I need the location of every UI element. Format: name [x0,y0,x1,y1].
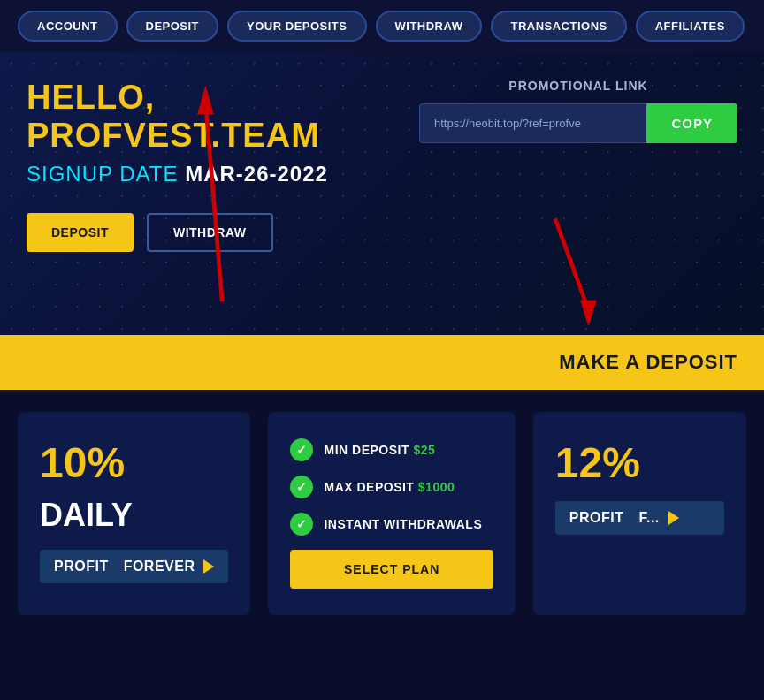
hero-section: HELLO, PROFVEST.TEAM SIGNUP DATE MAR-26-… [0,52,764,335]
hero-right: PROMOTIONAL LINK COPY [419,79,737,143]
hero-left: HELLO, PROFVEST.TEAM SIGNUP DATE MAR-26-… [27,79,419,252]
signup-text: SIGNUP DATE MAR-26-2022 [27,162,419,186]
select-plan-button[interactable]: SELECT PLAN [290,550,493,589]
deposit-button[interactable]: DEPOSIT [27,213,134,252]
plan-badge-1: PROFIT FOREVER [40,550,228,583]
withdraw-button[interactable]: WITHDRAW [147,213,273,252]
features-card: ✓ MIN DEPOSIT $25 ✓ MAX DEPOSIT $1000 ✓ … [268,412,515,615]
check-icon-3: ✓ [290,513,313,536]
check-icon-2: ✓ [290,476,313,498]
nav-transactions[interactable]: TRANSACTIONS [491,11,626,42]
promo-link-row: COPY [419,103,737,143]
copy-button[interactable]: COPY [646,103,737,143]
username: PROFVEST.TEAM [27,117,320,154]
svg-marker-3 [580,300,597,326]
banner-text: MAKE A DEPOSIT [559,351,737,374]
arrow-to-select-plan [555,218,597,326]
nav-your-deposits[interactable]: YOUR DEPOSITS [227,11,366,42]
navbar: ACCOUNT DEPOSIT YOUR DEPOSITS WITHDRAW T… [0,0,764,52]
feature-max-deposit: ✓ MAX DEPOSIT $1000 [290,476,493,498]
yellow-banner: MAKE A DEPOSIT [0,335,764,390]
signup-prefix: SIGNUP DATE [27,162,185,186]
nav-affiliates[interactable]: AFFILIATES [636,11,745,42]
promo-label: PROMOTIONAL LINK [419,79,737,93]
nav-account[interactable]: ACCOUNT [18,11,118,42]
hello-text: HELLO, PROFVEST.TEAM [27,79,419,155]
badge-arrow [203,559,214,574]
feature-text-2: MAX DEPOSIT $1000 [324,480,455,494]
promo-url-input[interactable] [419,103,646,143]
nav-deposit[interactable]: DEPOSIT [126,11,219,42]
nav-withdraw[interactable]: WITHDRAW [376,11,483,42]
plans-section: 10% DAILY PROFIT FOREVER ✓ MIN DEPOSIT $… [0,390,764,637]
plan-card-1: 10% DAILY PROFIT FOREVER [18,412,250,615]
check-icon-1: ✓ [290,438,313,461]
badge-arrow-2 [668,511,679,525]
plan-card-2: 12% PROFIT F... [533,412,746,615]
feature-text-1: MIN DEPOSIT $25 [324,443,435,457]
plan-badge-2: PROFIT F... [555,501,724,535]
signup-date: MAR-26-2022 [185,162,328,186]
plan-rate-2: 12% [555,438,724,487]
svg-line-2 [555,218,589,310]
feature-text-3: INSTANT WITHDRAWALS [324,517,482,531]
feature-min-deposit: ✓ MIN DEPOSIT $25 [290,438,493,461]
plan-rate-1: 10% DAILY [40,438,228,536]
action-buttons: DEPOSIT WITHDRAW [27,213,419,252]
feature-instant-withdraw: ✓ INSTANT WITHDRAWALS [290,513,493,536]
hello-prefix: HELLO, [27,79,155,116]
